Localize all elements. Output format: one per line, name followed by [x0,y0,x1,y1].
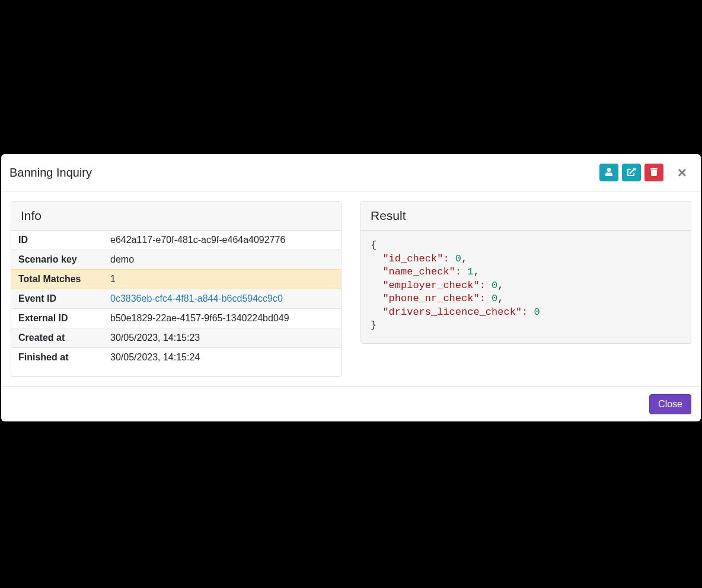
info-row-label: ID [11,231,103,250]
info-card-padding [11,367,341,376]
result-column: Result { "id_check": 0, "name_check": 1,… [360,201,691,377]
result-card: Result { "id_check": 0, "name_check": 1,… [360,201,691,344]
info-row-label: Event ID [11,289,103,309]
info-row-value: e642a117-e70f-481c-ac9f-e464a4092776 [103,231,341,250]
delete-button[interactable] [644,164,663,181]
open-external-button[interactable] [622,164,641,181]
info-card-header: Info [11,202,341,231]
modal-title: Banning Inquiry [9,166,92,180]
modal-header: Banning Inquiry × [1,154,701,191]
info-row-value: 30/05/2023, 14:15:23 [103,328,341,348]
table-row: Total Matches1 [11,270,341,289]
info-row-label: Scenario key [11,250,103,270]
modal-footer: Close [1,386,701,421]
info-column: Info IDe642a117-e70f-481c-ac9f-e464a4092… [11,201,342,377]
info-table: IDe642a117-e70f-481c-ac9f-e464a4092776Sc… [11,231,341,367]
info-row-label: External ID [11,309,103,328]
close-button[interactable]: Close [649,394,691,414]
table-row: Created at30/05/2023, 14:15:23 [11,328,341,348]
event-id-link[interactable]: 0c3836eb-cfc4-4f81-a844-b6cd594cc9c0 [110,293,283,303]
info-card: Info IDe642a117-e70f-481c-ac9f-e464a4092… [11,201,342,377]
table-row: Finished at30/05/2023, 14:15:24 [11,348,341,368]
header-actions: × [599,162,691,183]
result-json: { "id_check": 0, "name_check": 1, "emplo… [361,231,691,343]
close-icon: × [678,164,687,181]
info-row-value: 1 [103,270,341,289]
user-icon [605,168,613,178]
table-row: IDe642a117-e70f-481c-ac9f-e464a4092776 [11,231,341,250]
info-row-label: Total Matches [11,270,103,289]
external-link-icon [627,168,636,178]
user-button[interactable] [599,164,618,181]
info-row-value[interactable]: 0c3836eb-cfc4-4f81-a844-b6cd594cc9c0 [103,289,341,309]
info-row-label: Finished at [11,348,103,368]
modal-body: Info IDe642a117-e70f-481c-ac9f-e464a4092… [1,191,701,386]
info-row-value: demo [103,250,341,270]
info-row-label: Created at [11,328,103,348]
info-row-value: 30/05/2023, 14:15:24 [103,348,341,368]
modal-dialog: Banning Inquiry × [1,154,701,421]
table-row: Event ID0c3836eb-cfc4-4f81-a844-b6cd594c… [11,289,341,309]
table-row: Scenario keydemo [11,250,341,270]
result-card-header: Result [361,202,691,231]
table-row: External IDb50e1829-22ae-4157-9f65-13402… [11,309,341,328]
close-x-button[interactable]: × [673,162,691,183]
trash-icon [650,168,658,178]
info-row-value: b50e1829-22ae-4157-9f65-1340224bd049 [103,309,341,328]
